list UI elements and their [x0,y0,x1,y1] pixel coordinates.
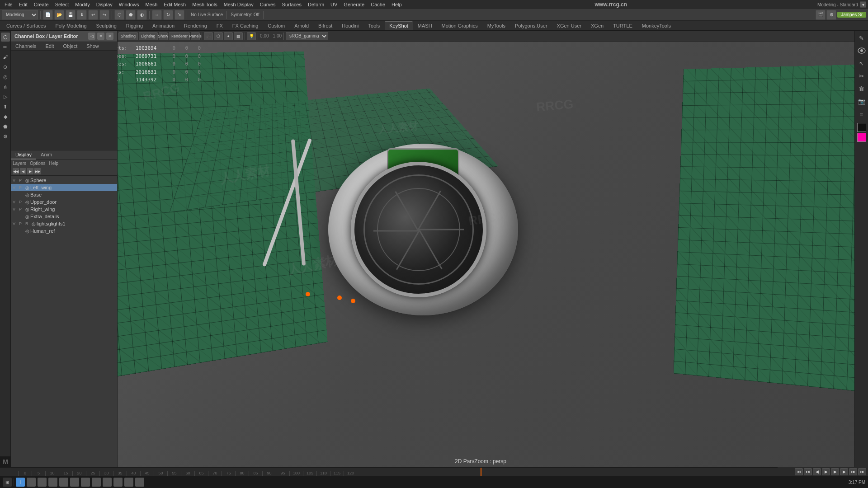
layer-right-wing[interactable]: V P ◎ Right_wing [11,206,117,213]
layer-sphere[interactable]: V P ◎ Sphere [11,177,117,184]
workspace-dropdown-btn[interactable]: ▾ [860,1,866,8]
rt-eye-icon[interactable] [856,45,867,56]
redo-btn[interactable]: ↪ [99,10,109,20]
vp-lighting-menu[interactable]: Lighting [139,32,158,40]
menu-select[interactable]: Select [52,1,72,8]
append-tool-icon[interactable]: ▷ [1,92,10,101]
ch-tab-channels[interactable]: Channels [11,42,41,50]
open-file-btn[interactable]: 📂 [54,10,64,20]
prev-key-btn[interactable]: ⏭ [804,468,812,475]
tab-curves-surfaces[interactable]: Curves / Surfaces [2,22,50,30]
header-icon-2[interactable]: ≡ [97,33,104,40]
rt-color-black[interactable] [857,123,866,132]
go-end-btn[interactable]: ⏭ [858,468,866,475]
rt-list-icon[interactable]: ≡ [856,108,867,119]
vp-colorspace-dropdown[interactable]: sRGB_gamma [286,32,328,40]
tab-fx[interactable]: FX [212,22,227,30]
extrude-tool-icon[interactable]: ⬆ [1,102,10,111]
menu-help[interactable]: Help [389,1,405,8]
menu-mesh-tools[interactable]: Mesh Tools [189,1,220,8]
taskbar-icon-7[interactable] [81,478,90,487]
menu-file[interactable]: File [2,1,15,8]
rt-scissors-icon[interactable]: ✂ [856,70,867,81]
vp-wireframe-btn[interactable]: ⬡ [214,32,223,40]
layer-base[interactable]: ◎ Base [11,191,117,198]
rt-delete-icon[interactable]: 🗑 [856,83,867,94]
save-file-btn[interactable]: 💾 [66,10,75,20]
lasso-tool-icon[interactable]: ⊙ [1,62,10,71]
menu-windows[interactable]: Windows [116,1,142,8]
taskbar-start[interactable]: ⊞ [3,478,12,487]
play-fwd-btn[interactable]: ▶ [831,468,839,475]
menu-modify[interactable]: Modify [72,1,92,8]
taskbar-icon-4[interactable] [48,478,57,487]
tab-rendering[interactable]: Rendering [179,22,212,30]
menu-edit-mesh[interactable]: Edit Mesh [161,1,189,8]
tab-poly-modeling[interactable]: Poly Modeling [51,22,91,30]
render-settings-btn[interactable]: ⚙ [826,10,836,20]
select-btn[interactable]: ⬡ [114,10,124,20]
menu-create[interactable]: Create [31,1,52,8]
tab-monkeytools[interactable]: MonkeyTools [637,22,675,30]
settings-tool-icon[interactable]: ⚙ [1,132,10,141]
import-btn[interactable]: ⬇ [77,10,87,20]
layer-left-wing[interactable]: V P ◎ Left_wing [11,184,117,191]
layer-lights[interactable]: V P R ◎ lightsglights1 [11,220,117,227]
rt-cursor-icon[interactable]: ↖ [856,58,867,69]
bevel-tool-icon[interactable]: ◆ [1,112,10,121]
taskbar-icon-1[interactable]: I [16,478,25,487]
taskbar-icon-3[interactable] [38,478,47,487]
tab-xgen-user[interactable]: XGen User [552,22,586,30]
tab-arnold[interactable]: Arnold [290,22,313,30]
tab-animation[interactable]: Animation [148,22,179,30]
rt-color-pink[interactable] [857,133,866,142]
transform-btn[interactable]: ↔ [152,10,162,20]
menu-surfaces[interactable]: Surfaces [279,1,304,8]
options-tab[interactable]: Options [30,161,45,166]
menu-edit[interactable]: Edit [16,1,30,8]
play-btn[interactable]: ▶ [822,468,830,475]
menu-curves[interactable]: Curves [257,1,278,8]
prev-frame-btn[interactable]: ◀ [813,468,821,475]
tab-mash[interactable]: MASH [413,22,437,30]
go-start-btn[interactable]: ⏮ [795,468,803,475]
mode-dropdown[interactable]: Modeling [2,10,38,19]
paint-tool-icon[interactable]: ✏ [1,42,10,52]
tab-bifrost[interactable]: Bifrost [314,22,337,30]
tab-sculpting[interactable]: Sculpting [92,22,121,30]
header-icon-1[interactable]: ◁ [88,33,95,40]
taskbar-icon-11[interactable] [124,478,133,487]
menu-cache[interactable]: Cache [368,1,388,8]
menu-mesh[interactable]: Mesh [142,1,160,8]
next-key-btn[interactable]: ⏭ [849,468,857,475]
tab-custom[interactable]: Custom [263,22,289,30]
taskbar-icon-2[interactable] [27,478,36,487]
merge-tool-icon[interactable]: ⬟ [1,122,10,131]
rotate-btn[interactable]: ↻ [163,10,173,20]
layer-nav-prev[interactable]: ◀ [20,168,26,174]
ch-tab-show[interactable]: Show [82,42,104,50]
rt-pen-icon[interactable]: ✎ [856,33,867,43]
tab-turtle[interactable]: TURTLE [609,22,637,30]
tab-fx-caching[interactable]: FX Caching [228,22,263,30]
timeline[interactable]: 0510152025303540455055606570758085909510… [0,467,868,476]
lasso-btn[interactable]: ⬟ [126,10,136,20]
menu-uv[interactable]: UV [328,1,340,8]
tab-motion-graphics[interactable]: Motion Graphics [437,22,482,30]
taskbar-icon-12[interactable] [135,478,144,487]
vp-show-menu[interactable]: Show [159,32,168,40]
anim-tab[interactable]: Anim [36,150,57,160]
paint-select-btn[interactable]: ◐ [137,10,147,20]
tab-mytools[interactable]: MyTools [483,22,510,30]
tab-houdini[interactable]: Houdini [337,22,363,30]
undo-btn[interactable]: ↩ [88,10,98,20]
vp-smooth-btn[interactable]: ● [224,32,233,40]
loop-tool-icon[interactable]: ◎ [1,72,10,81]
vp-lights-btn[interactable]: 💡 [247,32,256,40]
vp-cam-btn[interactable]: 🎥 [204,32,213,40]
menu-display[interactable]: Display [94,1,115,8]
new-file-btn[interactable]: 📄 [43,10,53,20]
viewport[interactable]: View Shading Lighting Show Renderer Pane… [107,31,854,467]
header-icon-3[interactable]: ✕ [106,33,113,40]
vp-shading-menu[interactable]: Shading [118,32,138,40]
